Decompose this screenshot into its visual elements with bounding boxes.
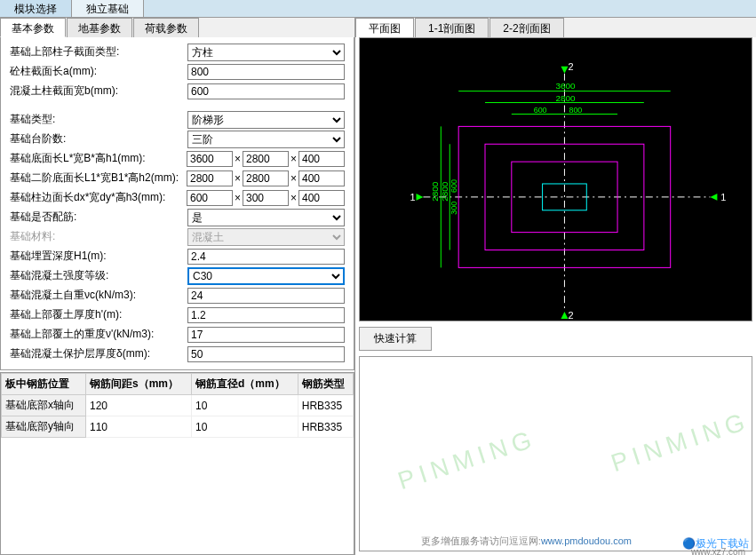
svg-text:2: 2 (568, 61, 573, 72)
mult-icon: × (289, 192, 298, 204)
th-spacing: 钢筋间距s（mm） (85, 374, 191, 395)
th-dia: 钢筋直径d（mm） (192, 374, 298, 395)
mult-icon: × (233, 172, 243, 185)
watermark: PINMING (394, 424, 540, 496)
label-cover: 基础混凝土保护层厚度δ(mm): (10, 346, 187, 361)
label-steps: 基础台阶数: (10, 131, 187, 147)
mult-icon: × (233, 192, 243, 204)
input-selfweight[interactable] (187, 288, 345, 304)
label-concrete: 基础混凝土强度等级: (10, 268, 187, 283)
mult-icon: × (233, 153, 243, 165)
subtab-load[interactable]: 荷载参数 (133, 18, 199, 37)
input-h1[interactable] (298, 151, 345, 167)
input-B1[interactable] (243, 170, 289, 186)
svg-marker-22 (561, 312, 568, 319)
input-colb[interactable] (187, 83, 345, 99)
svg-text:1: 1 (410, 192, 416, 202)
select-concrete[interactable]: C30 (187, 267, 345, 285)
mult-icon: × (289, 172, 298, 185)
input-depth[interactable] (187, 249, 345, 265)
svg-text:3600: 3600 (556, 81, 577, 91)
label-depth: 基础埋置深度H1(m): (10, 249, 187, 264)
svg-text:1: 1 (720, 192, 726, 202)
th-pos: 板中钢筋位置 (2, 374, 86, 395)
label-coledge: 基础柱边面长dx*宽dy*高h3(mm): (10, 190, 187, 205)
label-foundtype: 基础类型: (10, 112, 187, 127)
top-tab-foundation[interactable]: 独立基础 (72, 0, 144, 17)
footer-link[interactable]: 更多增值服务请访问逗逗网:www.pmdoudou.com (421, 535, 632, 548)
svg-text:2800: 2800 (556, 93, 577, 103)
drawing-canvas[interactable]: 3600 2800 600 800 2800 2800 600 300 1 1 … (359, 37, 752, 321)
select-foundtype[interactable]: 阶梯形 (187, 111, 345, 129)
rebar-table: 板中钢筋位置 钢筋间距s（mm） 钢筋直径d（mm） 钢筋类型 基础底部x轴向 … (0, 372, 354, 555)
label-soilw: 基础上部覆土的重度ν'(kN/m3): (10, 327, 187, 342)
svg-marker-21 (561, 67, 568, 74)
mult-icon: × (289, 153, 298, 165)
svg-text:2800: 2800 (440, 181, 450, 202)
svg-marker-20 (710, 194, 717, 201)
input-cola[interactable] (187, 64, 345, 80)
label-colb: 混凝土柱截面宽b(mm): (10, 83, 187, 99)
th-type: 钢筋类型 (298, 374, 353, 395)
select-steps[interactable]: 三阶 (187, 131, 345, 148)
label-cola: 砼柱截面长a(mm): (10, 64, 187, 79)
table-row[interactable]: 基础底部x轴向 120 10 HRB335 (2, 395, 354, 416)
select-material: 混凝土 (187, 228, 345, 246)
select-hasrebar[interactable]: 是 (187, 209, 345, 226)
input-soilw[interactable] (187, 327, 345, 343)
watermark: PINMING (608, 407, 752, 478)
subtab-basic[interactable]: 基本参数 (0, 18, 66, 37)
svg-text:600: 600 (450, 179, 458, 193)
input-dy[interactable] (243, 190, 289, 206)
subtab-ground[interactable]: 地基参数 (67, 18, 132, 37)
label-coltype: 基础上部柱子截面类型: (10, 44, 187, 59)
top-tab-module[interactable]: 模块选择 (0, 0, 72, 17)
label-selfweight: 基础混凝土自重νc(kN/m3): (10, 288, 187, 303)
input-h3[interactable] (298, 190, 345, 206)
select-coltype[interactable]: 方柱 (187, 44, 345, 61)
label-bottom: 基础底面长L*宽B*高h1(mm): (10, 151, 187, 166)
input-L1[interactable] (187, 170, 233, 186)
viewtab-sec1[interactable]: 1-1剖面图 (415, 18, 489, 37)
svg-text:600: 600 (534, 106, 547, 115)
svg-text:2: 2 (568, 310, 573, 321)
input-dx[interactable] (187, 190, 233, 206)
viewtab-sec2[interactable]: 2-2剖面图 (489, 18, 563, 37)
quick-calc-button[interactable]: 快速计算 (359, 327, 432, 351)
svg-text:800: 800 (569, 106, 582, 115)
label-hasrebar: 基础是否配筋: (10, 210, 187, 225)
site-url: www.xz7.com (691, 547, 745, 555)
svg-marker-19 (416, 194, 423, 201)
output-area: PINMING PINMING (359, 356, 752, 551)
table-row[interactable]: 基础底部y轴向 110 10 HRB335 (2, 416, 354, 438)
label-soilh: 基础上部覆土厚度h'(m): (10, 307, 187, 322)
input-L[interactable] (187, 151, 233, 167)
input-h2[interactable] (298, 170, 345, 186)
svg-text:2800: 2800 (430, 181, 440, 202)
input-cover[interactable] (187, 346, 345, 362)
label-step2: 基础二阶底面长L1*宽B1*高h2(mm): (10, 170, 187, 186)
viewtab-plan[interactable]: 平面图 (355, 18, 414, 37)
input-soilh[interactable] (187, 307, 345, 323)
input-B[interactable] (243, 151, 289, 167)
svg-text:300: 300 (450, 202, 458, 215)
label-material: 基础材料: (10, 229, 187, 244)
params-panel: 基础上部柱子截面类型: 方柱 砼柱截面长a(mm): 混凝土柱截面宽b(mm):… (0, 37, 354, 370)
